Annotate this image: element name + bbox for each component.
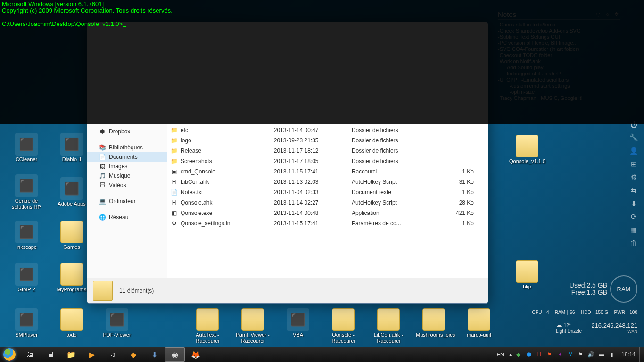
folder-icon <box>377 308 400 331</box>
desktop-icon[interactable]: AutoText - Raccourci <box>190 308 225 344</box>
person-icon[interactable]: 👤 <box>629 147 638 155</box>
nav-dropbox[interactable]: ⬢Dropbox <box>87 127 167 136</box>
file-row[interactable]: ◧Qonsole.exe2013-11-14 00:48Application4… <box>167 208 488 218</box>
nav-music[interactable]: 🎵Musique <box>87 171 167 181</box>
nav-label: Images <box>109 163 127 170</box>
download-icon[interactable]: ⬇ <box>631 199 637 208</box>
tray-icon[interactable]: H <box>536 351 543 358</box>
file-name: etc <box>181 127 188 133</box>
taskbar-explorer[interactable]: 📁 <box>61 347 81 362</box>
file-row[interactable]: ⚙Qonsole_settings.ini2013-11-15 17:41Par… <box>167 218 488 229</box>
taskbar-app[interactable]: ⬇ <box>144 347 164 362</box>
desktop-icon[interactable]: Qonsole_v1.1.0 <box>509 135 545 165</box>
tray-action-center-icon[interactable]: ⚑ <box>577 351 585 358</box>
meter-label: HDD <box>581 310 591 315</box>
file-icon: 📄 <box>170 189 178 196</box>
folder-icon: 📁 <box>66 350 76 359</box>
taskbar-sublime[interactable]: ◆ <box>124 347 143 362</box>
desktop-icon[interactable]: ⬛Centre de solutions HP <box>8 174 44 210</box>
tray-icon[interactable]: ⚑ <box>546 351 553 358</box>
taskbar-itunes[interactable]: ♫ <box>103 347 123 362</box>
cpu-icon[interactable]: ▦ <box>630 226 637 234</box>
desktop-icon-label: marco-guit <box>461 332 497 338</box>
nav-computer[interactable]: 💻Ordinateur <box>87 197 167 206</box>
start-button[interactable] <box>0 347 19 362</box>
windows-icon[interactable]: ⊞ <box>631 160 637 168</box>
desktop-icon[interactable]: ⬛CCleaner <box>8 133 44 163</box>
taskbar-firefox[interactable]: 🦊 <box>186 347 206 362</box>
desktop-icon[interactable]: todo <box>54 308 90 338</box>
desktop-icon[interactable]: ⬛PDF-Viewer <box>99 308 135 338</box>
nav-label: Ordinateur <box>109 198 136 205</box>
file-date: 2013-11-14 00:48 <box>271 208 349 218</box>
desktop-icon[interactable]: MyPrograms <box>54 263 90 293</box>
file-date: 2013-11-15 17:41 <box>271 166 349 177</box>
desktop-icon[interactable]: Games <box>54 221 90 250</box>
nav-images[interactable]: 🖼Images <box>87 162 167 171</box>
desktop-icon[interactable]: LibCon.ahk - Raccourci <box>371 308 406 344</box>
taskbar-pinned: 🗂 🖥 📁 ▶ ♫ ◆ ⬇ ◉ 🦊 <box>20 347 206 362</box>
file-icon: ⚙ <box>170 220 178 227</box>
desktop-icon-label: MyPrograms <box>54 287 90 293</box>
taskbar-chrome[interactable]: ◉ <box>165 347 185 362</box>
desktop-icon[interactable]: ⬛Adobe Apps <box>54 177 90 207</box>
tray-show-hidden[interactable]: ▴ <box>509 352 512 358</box>
explorer-file-list[interactable]: 📁etc2013-11-14 00:47Dossier de fichiers📁… <box>167 125 488 278</box>
desktop-icon-label: GIMP 2 <box>8 287 44 293</box>
desktop-icon[interactable]: Qonsole - Raccourci <box>325 308 361 344</box>
taskbar-app[interactable]: 🖥 <box>41 347 60 362</box>
nav-network[interactable]: 🌐Réseau <box>87 213 167 222</box>
folder-icon <box>516 260 538 283</box>
taskbar-app[interactable]: 🗂 <box>20 347 40 362</box>
tray-icon[interactable]: ◆ <box>515 351 522 358</box>
wrench-icon[interactable]: 🔧 <box>629 133 638 142</box>
desktop-icon[interactable]: marco-guit <box>461 308 497 338</box>
file-row[interactable]: 📁Release2013-11-17 18:12Dossier de fichi… <box>167 146 488 156</box>
show-desktop-button[interactable] <box>639 347 644 362</box>
tray-battery-icon[interactable]: ▮ <box>608 351 616 358</box>
desktop-icon[interactable]: ⬛VBA <box>280 308 316 338</box>
explorer-status-bar: 11 élément(s) <box>87 278 488 303</box>
weather-widget: ☁ 12° Light Drizzle <box>556 321 582 334</box>
file-name: cmd_Qonsole <box>181 168 215 175</box>
file-type: Document texte <box>349 187 434 197</box>
tray-icon[interactable]: M <box>567 351 574 358</box>
file-row[interactable]: 📄Notes.txt2013-11-04 02:33Document texte… <box>167 187 488 197</box>
desktop-icon[interactable]: ⬛Diablo II <box>54 133 90 163</box>
file-row[interactable]: HQonsole.ahk2013-11-14 02:27AutoHotkey S… <box>167 197 488 208</box>
file-row[interactable]: HLibCon.ahk2013-11-13 02:03AutoHotkey Sc… <box>167 177 488 187</box>
gear-icon[interactable]: ⚙ <box>631 173 637 181</box>
file-row[interactable]: 📁etc2013-11-14 00:47Dossier de fichiers <box>167 125 488 135</box>
file-row[interactable]: 📁logo2013-09-23 21:35Dossier de fichiers <box>167 135 488 146</box>
taskbar-media-player[interactable]: ▶ <box>82 347 102 362</box>
quake-console[interactable]: Microsoft Windows [version 6.1.7601] Cop… <box>0 0 644 124</box>
nav-videos[interactable]: 🎞Vidéos <box>87 181 167 190</box>
trash-icon[interactable]: 🗑 <box>630 239 637 247</box>
swap-icon[interactable]: ⇆ <box>631 186 637 195</box>
music-icon: ♫ <box>110 350 116 359</box>
desktop-icon[interactable]: ⬛SMPlayer <box>8 308 44 338</box>
desktop-icon[interactable]: Paml_Viewer - Raccourci <box>235 308 271 344</box>
desktop-icon[interactable]: Mushrooms_pics <box>416 308 452 338</box>
file-icon: 📁 <box>170 147 178 155</box>
tray-icon[interactable]: ⬢ <box>525 351 533 358</box>
tray-icon[interactable]: ✦ <box>556 351 564 358</box>
desktop-icon[interactable]: ⬛Inkscape <box>8 221 44 250</box>
file-type: Dossier de fichiers <box>349 156 434 166</box>
nav-libraries[interactable]: 📚Bibliothèques <box>87 143 167 152</box>
file-row[interactable]: 📁Screenshots2013-11-17 18:05Dossier de f… <box>167 156 488 166</box>
file-row[interactable]: ▣cmd_Qonsole2013-11-15 17:41Raccourci1 K… <box>167 166 488 177</box>
tray-network-icon[interactable]: ▬ <box>598 351 605 358</box>
documents-icon: 📄 <box>99 153 106 161</box>
app-icon: ⬛ <box>60 133 83 156</box>
desktop-icon[interactable]: bkp <box>509 260 545 290</box>
folder-icon <box>422 308 445 331</box>
taskbar-clock[interactable]: 18:14 <box>621 351 636 358</box>
nav-documents[interactable]: 📄Documents <box>87 152 167 162</box>
meter-label: CPU <box>532 310 542 315</box>
desktop-icon[interactable]: ⬛GIMP 2 <box>8 263 44 293</box>
language-indicator[interactable]: EN <box>495 351 506 358</box>
refresh-icon[interactable]: ⟳ <box>631 213 637 221</box>
tray-volume-icon[interactable]: 🔊 <box>587 351 595 358</box>
ip-address: 216.246.248.121 <box>591 322 637 329</box>
